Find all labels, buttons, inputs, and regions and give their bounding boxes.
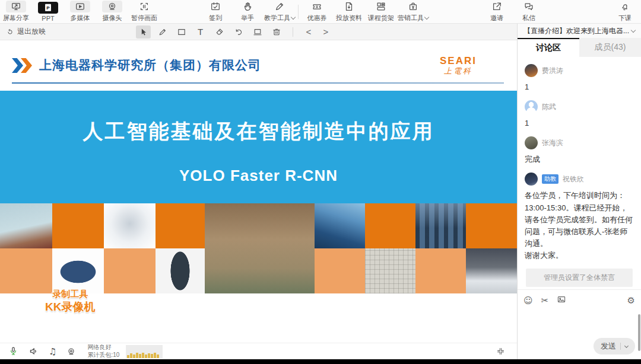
tab-discussion[interactable]: 讨论区: [518, 38, 579, 57]
pause-screen-icon: [139, 1, 150, 12]
recorder-watermark: 录制工具 KK录像机: [45, 288, 95, 314]
photo-institute-building: [205, 203, 315, 293]
app-window: 屏幕分享 P PPT 多媒体 摄像头: [0, 0, 641, 364]
tab-members[interactable]: 成员(43): [579, 38, 641, 57]
microphone-button[interactable]: [8, 346, 18, 356]
live-intro-header[interactable]: 【直播介绍】欢迎来到上海电器...: [518, 24, 641, 38]
send-row: 发送: [523, 338, 635, 356]
photo-robot: [104, 203, 156, 248]
toolbar-teaching-tools[interactable]: 教学工具: [264, 1, 296, 23]
next-slide-button[interactable]: >: [319, 27, 332, 37]
select-tool[interactable]: [136, 25, 151, 39]
message-text: 1: [525, 117, 634, 129]
end-class-bell-icon: [620, 1, 630, 12]
photo-emc-chamber: [365, 248, 415, 293]
image-button[interactable]: [557, 295, 566, 306]
ppt-icon: P: [38, 2, 58, 14]
toolbar-coupon[interactable]: 优惠券: [301, 1, 333, 23]
drawing-tools: T < >: [136, 25, 332, 39]
speaker-button[interactable]: [28, 346, 39, 356]
message-text: 1: [525, 81, 634, 93]
chat-settings-gear-button[interactable]: ⚙: [627, 295, 635, 306]
invite-icon: [491, 1, 502, 12]
clear-trash-tool[interactable]: [269, 25, 284, 39]
avatar: [525, 100, 538, 113]
toolbar-label: 优惠券: [307, 14, 327, 23]
assistant-badge: 助教: [542, 174, 559, 184]
toolbar-divider: [298, 5, 299, 19]
eraser-tool[interactable]: [212, 25, 227, 39]
orange-tile: [52, 203, 104, 248]
packet-loss-text: 累计丢包:10: [87, 352, 119, 359]
toolbar-marketing-tools[interactable]: 营销工具: [397, 1, 429, 23]
previous-slide-button[interactable]: <: [302, 27, 315, 37]
toolbar-label: 投放资料: [336, 14, 362, 23]
chat-input[interactable]: [523, 306, 635, 338]
toolbar-private-message[interactable]: 私信: [513, 1, 545, 23]
whiteboard-tool[interactable]: [250, 25, 265, 39]
orange-tile: [156, 203, 205, 248]
orange-tile-light: [0, 248, 52, 293]
collapse-panel-button[interactable]: [496, 347, 505, 356]
toolbar-camera[interactable]: 摄像头: [96, 1, 128, 23]
top-toolbar: 屏幕分享 P PPT 多媒体 摄像头: [0, 0, 641, 24]
toolbar-label: 课程货架: [368, 14, 394, 23]
toolbar-label: 暂停画面: [131, 14, 157, 23]
sender-name: 陈武: [542, 102, 556, 112]
message-text: 各位学员，下午培训时间为：13:00-15:30。课程已经开始，请各位学员完成签…: [525, 190, 634, 261]
rectangle-tool[interactable]: [174, 25, 189, 39]
photo-circuit-breaker: [156, 248, 205, 293]
toolbar-group-right: 邀请 私信 下课: [481, 1, 641, 23]
company-name: 上海电器科学研究所（集团）有限公司: [39, 57, 261, 74]
toolbar-label: 营销工具: [398, 14, 429, 23]
watermark-line1: 录制工具: [45, 288, 95, 300]
toolbar-ppt[interactable]: P PPT: [32, 2, 64, 22]
emoji-button[interactable]: ☺: [523, 295, 533, 306]
toolbar-invite[interactable]: 邀请: [481, 1, 513, 23]
text-tool[interactable]: T: [193, 25, 208, 39]
watermark-line2: KK录像机: [45, 300, 95, 315]
toolbar-multimedia[interactable]: 多媒体: [64, 1, 96, 23]
slide-title: 人工智能基础及在智能制造中的应用: [0, 91, 517, 145]
chat-message: 费洪涛 1: [525, 64, 634, 93]
ppt-slide: 上海电器科学研究所（集团）有限公司 SEARI 上電科 人工智能基础及在智能制造…: [0, 40, 517, 343]
chat-message: 陈武 1: [525, 100, 634, 129]
message-text: 完成: [525, 154, 634, 165]
content-area: 退出放映 T: [0, 24, 641, 359]
bottom-black-strip: [0, 359, 641, 364]
chat-message: 助教 祝铁欣 各位学员，下午培训时间为：13:00-15:30。课程已经开始，请…: [525, 173, 634, 261]
toolbar-check-in[interactable]: 签到: [199, 1, 231, 23]
toolbar-group-center: 签到 举手 教学工具 优惠券: [199, 1, 429, 23]
toolbar-label: 邀请: [490, 14, 503, 23]
chevron-down-icon: [424, 15, 429, 20]
tools-divider: [293, 27, 293, 37]
chevron-down-icon: [291, 15, 296, 20]
toolbar-label: 教学工具: [264, 14, 295, 23]
screenshot-scissors-button[interactable]: ✂: [541, 295, 549, 306]
send-button[interactable]: 发送: [594, 338, 635, 355]
send-label: 发送: [601, 341, 616, 352]
chat-sidebar: 【直播介绍】欢迎来到上海电器... 讨论区 成员(43) 费洪涛 1: [518, 24, 641, 359]
sender-name: 祝铁欣: [563, 174, 584, 184]
slide-subtitle: YOLO Faster R-CNN: [0, 167, 517, 185]
photo-electric-car: [466, 248, 517, 293]
private-message-icon: [523, 1, 534, 12]
toolbar-materials[interactable]: 投放资料: [333, 1, 365, 23]
toolbar-pause-screen[interactable]: 暂停画面: [128, 1, 160, 23]
toolbar-raise-hand[interactable]: 举手: [231, 1, 264, 23]
pen-tool[interactable]: [155, 25, 170, 39]
slide-header: 上海电器科学研究所（集团）有限公司 SEARI 上電科: [0, 40, 517, 75]
toolbar-end-class[interactable]: 下课: [609, 1, 641, 23]
avatar: [525, 173, 538, 186]
webcam-button[interactable]: [66, 347, 76, 356]
toolbar-screen-share[interactable]: 屏幕分享: [0, 1, 32, 23]
orange-tile: [466, 203, 517, 248]
toolbar-course-shelf[interactable]: 课程货架: [365, 1, 397, 23]
undo-tool[interactable]: [231, 25, 246, 39]
sidebar-scrollbar[interactable]: [638, 314, 640, 351]
toolbar-label: 多媒体: [71, 14, 90, 23]
music-button[interactable]: ♫: [49, 346, 56, 357]
exit-slideshow-button[interactable]: 退出放映: [6, 27, 46, 37]
bottom-status-bar: ♫ 网络良好 累计丢包:10: [0, 343, 517, 359]
avatar: [525, 136, 538, 149]
